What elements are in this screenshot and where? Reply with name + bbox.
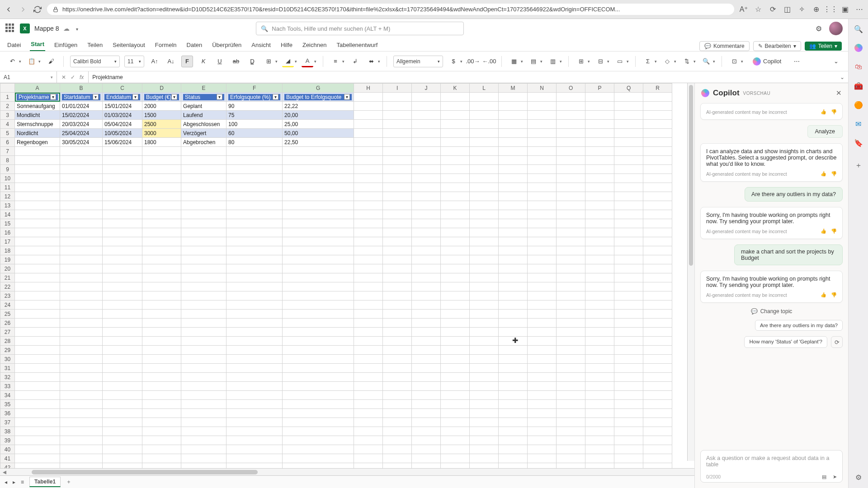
cell-Q37[interactable] [614, 418, 643, 427]
cell-C17[interactable] [103, 237, 142, 246]
cell-Q7[interactable] [614, 147, 643, 156]
row-header-4[interactable]: 4 [0, 120, 15, 129]
cell-G25[interactable] [283, 310, 354, 319]
cell-R6[interactable] [643, 138, 672, 147]
row-header-21[interactable]: 21 [0, 273, 15, 282]
collapse-ribbon-button[interactable]: ⌄ [830, 56, 842, 67]
cell-P18[interactable] [585, 246, 614, 255]
cell-I10[interactable] [383, 174, 412, 183]
cell-F2[interactable]: 90 [226, 102, 283, 111]
cell-C14[interactable] [103, 210, 142, 219]
cell-C16[interactable] [103, 228, 142, 237]
cell-F26[interactable] [226, 319, 283, 328]
cell-J37[interactable] [412, 418, 441, 427]
cell-O7[interactable] [557, 147, 585, 156]
cell-P20[interactable] [585, 264, 614, 273]
refresh-suggestions-button[interactable]: ⟳ [831, 336, 843, 348]
cell-L26[interactable] [470, 319, 499, 328]
cell-R21[interactable] [643, 273, 672, 282]
cell-K17[interactable] [441, 237, 470, 246]
cell-J9[interactable] [412, 165, 441, 174]
cell-A40[interactable] [15, 445, 60, 454]
cell-K15[interactable] [441, 219, 470, 228]
cell-R31[interactable] [643, 364, 672, 373]
row-header-30[interactable]: 30 [0, 355, 15, 364]
cell-M39[interactable] [499, 436, 528, 445]
cell-D5[interactable]: 3000 [142, 129, 181, 138]
cell-H28[interactable] [354, 337, 383, 346]
cell-B6[interactable]: 30/05/2024 [60, 138, 103, 147]
cell-I1[interactable] [383, 93, 412, 102]
cell-N11[interactable] [528, 183, 557, 192]
cell-P28[interactable] [585, 337, 614, 346]
cell-H4[interactable] [354, 120, 383, 129]
row-header-19[interactable]: 19 [0, 255, 15, 264]
cell-A27[interactable] [15, 328, 60, 337]
cell-D8[interactable] [142, 156, 181, 165]
cell-A37[interactable] [15, 418, 60, 427]
copilot-button[interactable]: Copilot [748, 56, 786, 67]
cell-F5[interactable]: 60 [226, 129, 283, 138]
cell-R8[interactable] [643, 156, 672, 165]
row-header-1[interactable]: 1 [0, 93, 15, 102]
close-pane-button[interactable]: ✕ [836, 89, 842, 97]
cell-A9[interactable] [15, 165, 60, 174]
cell-J28[interactable] [412, 337, 441, 346]
cell-N21[interactable] [528, 273, 557, 282]
cell-L31[interactable] [470, 364, 499, 373]
col-header-G[interactable]: G [283, 84, 354, 93]
cell-J19[interactable] [412, 255, 441, 264]
spreadsheet-grid[interactable]: ABCDEFGHIJKLMNOPQR1Projektname▾Startdatu… [0, 83, 694, 468]
cell-F39[interactable] [226, 436, 283, 445]
cell-B25[interactable] [60, 310, 103, 319]
cell-D32[interactable] [142, 373, 181, 382]
cell-M37[interactable] [499, 418, 528, 427]
cell-D22[interactable] [142, 282, 181, 291]
tab-teilen[interactable]: Teilen [86, 40, 104, 51]
cell-P22[interactable] [585, 282, 614, 291]
cell-R33[interactable] [643, 382, 672, 391]
cell-F27[interactable] [226, 328, 283, 337]
cell-L28[interactable] [470, 337, 499, 346]
cell-A16[interactable] [15, 228, 60, 237]
cell-J7[interactable] [412, 147, 441, 156]
cell-N14[interactable] [528, 210, 557, 219]
cell-L15[interactable] [470, 219, 499, 228]
cell-A18[interactable] [15, 246, 60, 255]
conditional-format-button[interactable]: ▦ [508, 56, 520, 67]
cell-O8[interactable] [557, 156, 585, 165]
cell-L32[interactable] [470, 373, 499, 382]
cell-G33[interactable] [283, 382, 354, 391]
cell-L20[interactable] [470, 264, 499, 273]
cell-J25[interactable] [412, 310, 441, 319]
thumbs-down-icon[interactable]: 👎 [831, 292, 837, 298]
tab-ueberpruefen[interactable]: Überprüfen [211, 40, 242, 51]
cell-I30[interactable] [383, 355, 412, 364]
cell-K10[interactable] [441, 174, 470, 183]
cell-D12[interactable] [142, 192, 181, 201]
find-button[interactable]: 🔍 [700, 56, 712, 67]
cell-D15[interactable] [142, 219, 181, 228]
cell-G9[interactable] [283, 165, 354, 174]
cell-H32[interactable] [354, 373, 383, 382]
tab-datei[interactable]: Datei [6, 40, 22, 51]
cell-H10[interactable] [354, 174, 383, 183]
cell-F31[interactable] [226, 364, 283, 373]
cell-Q17[interactable] [614, 237, 643, 246]
cell-B2[interactable]: 01/01/2024 [60, 102, 103, 111]
cell-E23[interactable] [181, 291, 226, 300]
cell-P16[interactable] [585, 228, 614, 237]
select-all-cell[interactable] [0, 84, 15, 93]
cell-G18[interactable] [283, 246, 354, 255]
cell-H31[interactable] [354, 364, 383, 373]
tab-daten[interactable]: Daten [186, 40, 203, 51]
cell-G34[interactable] [283, 391, 354, 400]
cell-B1[interactable]: Startdatum▾ [60, 93, 103, 102]
more-commands-button[interactable]: ⋯ [791, 56, 802, 67]
cell-C26[interactable] [103, 319, 142, 328]
cell-H27[interactable] [354, 328, 383, 337]
cell-E12[interactable] [181, 192, 226, 201]
cell-D30[interactable] [142, 355, 181, 364]
cell-I7[interactable] [383, 147, 412, 156]
more-icon[interactable]: ⋯ [855, 5, 863, 14]
